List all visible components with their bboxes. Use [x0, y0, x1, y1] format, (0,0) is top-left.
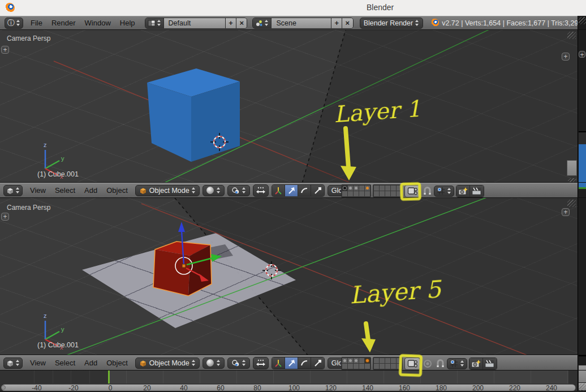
screen-layout-browse[interactable]	[145, 18, 164, 28]
mode-dropdown[interactable]: Object Mode	[135, 185, 200, 196]
layer-toggle[interactable]	[385, 191, 390, 196]
layer-toggle[interactable]	[365, 364, 370, 369]
editor-type-selector[interactable]	[3, 357, 23, 369]
layer-toggle[interactable]	[359, 364, 364, 369]
snap-toggle-button[interactable]	[422, 185, 432, 197]
layer-toggle[interactable]	[354, 358, 359, 363]
expand-region-button[interactable]	[562, 53, 570, 61]
viewport-bottom[interactable]: z y x Camera Persp (1) Cube.001	[0, 198, 578, 355]
layer-toggle[interactable]	[397, 186, 402, 191]
layer-toggle[interactable]	[374, 364, 379, 369]
expand-region-button[interactable]	[579, 51, 585, 58]
blue-cube[interactable]	[147, 68, 240, 162]
layer-toggle[interactable]	[374, 358, 379, 363]
add-layout-button[interactable]: +	[226, 18, 236, 28]
layer-toggle[interactable]	[342, 186, 347, 191]
manipulator-axes-button[interactable]	[272, 185, 285, 196]
layer-toggle[interactable]	[385, 364, 390, 369]
add-scene-button[interactable]: +	[331, 18, 342, 28]
remove-scene-button[interactable]: ×	[342, 18, 353, 28]
menu-item[interactable]: Render	[47, 19, 80, 27]
layer-toggle[interactable]	[391, 191, 396, 196]
layer-toggle[interactable]	[348, 358, 353, 363]
scale-manipulator-button[interactable]	[311, 357, 324, 369]
manipulator-toggle-button[interactable]	[253, 184, 269, 197]
rotate-manipulator-button[interactable]	[298, 357, 311, 369]
menu-item[interactable]: Select	[50, 359, 80, 367]
layer-toggle[interactable]	[354, 186, 359, 191]
layer-toggle[interactable]	[380, 358, 385, 363]
layer-toggle[interactable]	[380, 186, 385, 191]
manipulator-toggle-button[interactable]	[253, 357, 269, 369]
lock-to-scene-button[interactable]	[404, 357, 420, 370]
scrollbar-handle-icon[interactable]	[1, 385, 6, 390]
layer-toggle[interactable]	[342, 358, 347, 363]
menu-item[interactable]: Object	[102, 186, 132, 195]
layer-toggle[interactable]	[354, 364, 359, 369]
layer-toggle[interactable]	[391, 186, 396, 191]
scale-manipulator-button[interactable]	[311, 185, 324, 196]
viewport-shading-dropdown[interactable]	[202, 357, 225, 369]
resize-grip[interactable]	[567, 200, 576, 207]
pivot-point-dropdown[interactable]	[227, 357, 250, 369]
menu-item[interactable]: Select	[50, 186, 80, 195]
opengl-render-button[interactable]	[456, 186, 470, 197]
snap-element-dropdown[interactable]	[447, 358, 467, 369]
layer-toggle[interactable]	[359, 186, 364, 191]
opengl-render-anim-button[interactable]	[483, 358, 497, 369]
layer-toggle[interactable]	[397, 358, 402, 363]
opengl-render-button[interactable]	[469, 358, 483, 369]
translate-manipulator-button[interactable]	[285, 185, 298, 196]
layer-toggle[interactable]	[354, 191, 359, 196]
layer-toggle[interactable]	[348, 186, 353, 191]
layer-toggle[interactable]	[348, 364, 353, 369]
lock-to-scene-button[interactable]	[404, 185, 420, 197]
menu-item[interactable]: Help	[115, 19, 140, 27]
layer-toggle[interactable]	[385, 186, 390, 191]
proportional-edit-button[interactable]	[422, 357, 433, 370]
menu-item[interactable]: View	[25, 359, 50, 367]
layer-toggle[interactable]	[359, 191, 364, 196]
viewport-shading-dropdown[interactable]	[202, 185, 225, 196]
menu-item[interactable]: Add	[80, 359, 102, 367]
layer-toggle[interactable]	[374, 191, 379, 196]
rotate-manipulator-button[interactable]	[298, 185, 311, 196]
editor-type-selector[interactable]: ⓘ	[5, 18, 23, 29]
region-scroll-handle[interactable]	[567, 160, 577, 176]
remove-layout-button[interactable]: ×	[236, 18, 247, 28]
layer-toggle[interactable]	[359, 358, 364, 363]
layer-toggle[interactable]	[365, 186, 370, 191]
layer-toggle[interactable]	[342, 191, 347, 196]
layer-toggle[interactable]	[365, 191, 370, 196]
layer-toggle[interactable]	[380, 191, 385, 196]
layer-toggle[interactable]	[391, 358, 396, 363]
layer-toggle[interactable]	[397, 191, 402, 196]
layer-toggle[interactable]	[374, 186, 379, 191]
opengl-render-anim-button[interactable]	[470, 186, 484, 197]
menu-item[interactable]: Object	[102, 359, 132, 367]
layer-toggle[interactable]	[348, 191, 353, 196]
resize-grip[interactable]	[579, 384, 586, 391]
timeline-editor[interactable]: -40-20020406080100120140160180200220240	[0, 371, 586, 392]
layer-toggle[interactable]	[365, 358, 370, 363]
snap-element-dropdown[interactable]	[434, 186, 454, 197]
mode-dropdown[interactable]: Object Mode	[135, 357, 200, 369]
resize-grip[interactable]	[567, 32, 576, 39]
expand-region-button[interactable]	[562, 208, 570, 216]
toolshelf-open-button[interactable]	[1, 213, 9, 221]
layer-toggle[interactable]	[385, 358, 390, 363]
layer-toggle[interactable]	[380, 364, 385, 369]
translate-manipulator-button[interactable]	[285, 357, 298, 369]
editor-type-selector[interactable]	[3, 185, 23, 196]
layer-toggle[interactable]	[342, 364, 347, 369]
layer-toggle[interactable]	[391, 364, 396, 369]
menu-item[interactable]: View	[25, 186, 50, 195]
toolshelf-open-button[interactable]	[1, 46, 9, 54]
3d-cursor[interactable]	[262, 261, 281, 279]
viewport-top[interactable]: z y x Camera Persp (1) Cube.001	[0, 30, 578, 183]
resize-grip[interactable]	[579, 17, 586, 24]
layer-toggle[interactable]	[397, 364, 402, 369]
menu-item[interactable]: Add	[80, 186, 102, 195]
scene-name[interactable]: Scene	[272, 18, 331, 28]
menu-item[interactable]: Window	[80, 19, 115, 27]
